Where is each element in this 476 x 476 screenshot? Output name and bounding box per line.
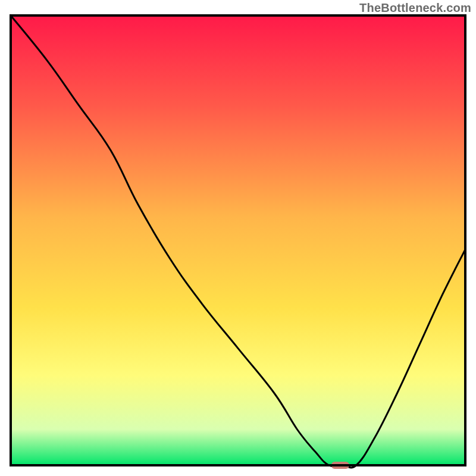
plot-background <box>11 15 465 465</box>
chart-root: TheBottleneck.com <box>0 0 476 476</box>
chart-svg <box>0 0 476 476</box>
watermark-text: TheBottleneck.com <box>359 1 471 15</box>
